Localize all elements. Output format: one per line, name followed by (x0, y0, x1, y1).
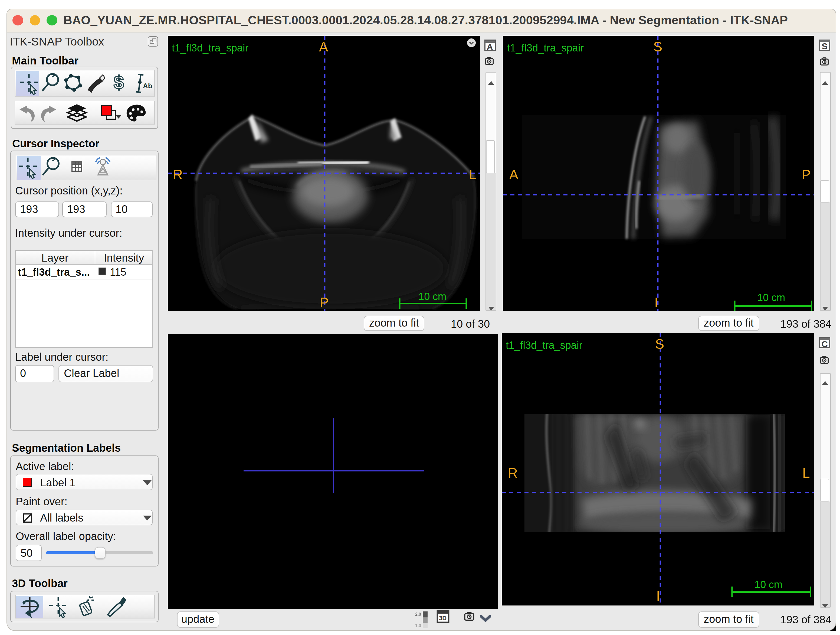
svg-text:1.0: 1.0 (415, 623, 421, 628)
svg-text:10 cm: 10 cm (757, 292, 785, 303)
svg-text:10 cm: 10 cm (418, 291, 446, 302)
svg-text:2.0: 2.0 (415, 612, 421, 617)
svg-text:10 cm: 10 cm (754, 579, 782, 590)
svg-text:Ab: Ab (143, 81, 152, 90)
svg-text:$: $ (114, 72, 124, 92)
svg-text:3D: 3D (439, 615, 447, 621)
